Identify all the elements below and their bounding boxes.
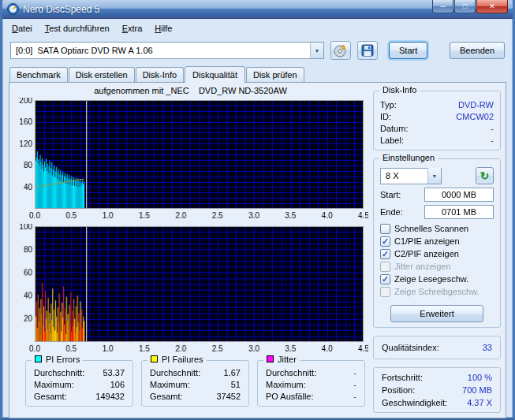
stat-label: Durchschnitt: — [266, 367, 316, 379]
advanced-button[interactable]: Erweitert — [390, 305, 483, 322]
stat-label: Gesamt: — [34, 391, 67, 403]
stat-value: 106 — [110, 379, 125, 391]
checkbox-label: Jitter anzeigen — [394, 262, 451, 271]
checkbox-c1-pie-anzeigen[interactable]: ✓C1/PIE anzeigen — [380, 235, 494, 247]
tab-diskqualit-t[interactable]: Diskqualität — [185, 66, 245, 83]
menu-item-test-durchf-hren[interactable]: Test durchführen — [39, 21, 116, 35]
minimize-button[interactable]: ─ — [432, 0, 453, 13]
stat-title-label: Jitter — [278, 355, 297, 364]
disk-info-datum-label: Datum: — [380, 123, 408, 135]
maximize-button[interactable]: □ — [454, 0, 476, 13]
tab-disk-pr-fen[interactable]: Disk prüfen — [246, 67, 304, 82]
progress-rows: Fortschritt:100 %Position:700 MBGeschwin… — [375, 371, 498, 409]
save-button[interactable] — [357, 41, 378, 60]
burn-disc-button[interactable] — [330, 41, 351, 60]
checkbox-zeige-lesegeschw[interactable]: ✓Zeige Lesegeschw. — [380, 273, 494, 285]
quality-index-label: Qualitätsindex: — [382, 343, 439, 352]
speed-selector[interactable]: 8 X ▼ — [380, 168, 442, 184]
stat-jitter-po-ausf-lle: PO Ausfälle:- — [261, 391, 361, 403]
disk-info-label-label: Label: — [380, 135, 404, 147]
disk-info-id: ID:CMCW02 — [375, 111, 498, 123]
window-title: Nero DiscSpeed 5 — [23, 4, 99, 15]
quit-button[interactable]: Beenden — [450, 42, 505, 59]
stat-pi-failures-durchschnitt: Durchschnitt:1.67 — [145, 367, 245, 379]
legend-square-pi-failures — [151, 355, 158, 362]
tab-disk-info[interactable]: Disk-Info — [136, 67, 184, 82]
progress-position-value: 700 MB — [462, 384, 492, 396]
start-field-row: Start: 0000 MB — [380, 188, 494, 202]
checkbox-box[interactable]: ✓ — [380, 236, 390, 247]
stat-title-pi-errors: PI Errors — [32, 355, 83, 364]
checkbox-label: C2/PIF anzeigen — [394, 249, 459, 258]
disk-info-group: Disk-Info Typ:DVD-RWID:CMCW02Datum:-Labe… — [373, 91, 501, 151]
checkbox-box[interactable] — [380, 224, 390, 234]
refresh-icon: ↻ — [480, 169, 490, 182]
checkbox-c2-pif-anzeigen[interactable]: ✓C2/PIF anzeigen — [380, 247, 494, 260]
disk-info-typ-value: DVD-RW — [458, 99, 494, 111]
checkbox-label: Zeige Schreibgeschw. — [394, 287, 480, 296]
disk-info-datum: Datum:- — [375, 123, 498, 135]
stats-row: PI ErrorsDurchschnitt:53.37Maximum:106Ge… — [25, 360, 365, 407]
speed-selector-value: 8 X — [381, 171, 399, 180]
start-button[interactable]: Start — [389, 42, 427, 59]
tab-benchmark[interactable]: Benchmark — [9, 67, 68, 82]
menu-item-datei[interactable]: Datei — [6, 21, 39, 35]
stat-value: - — [353, 367, 356, 379]
menubar: DateiTest durchführenExtraHilfe — [2, 19, 513, 38]
end-field-row: Ende: 0701 MB — [380, 205, 494, 219]
stat-box-jitter: JitterDurchschnitt:-Maximum:-PO Ausfälle… — [257, 360, 365, 407]
stat-pi-failures-gesamt: Gesamt:37452 — [145, 391, 245, 403]
stat-title-label: PI Failures — [162, 355, 203, 364]
checkbox-box[interactable]: ✓ — [380, 274, 390, 284]
stat-jitter-durchschnitt: Durchschnitt:- — [261, 367, 361, 379]
stat-label: Gesamt: — [150, 391, 183, 403]
chevron-down-icon: ▼ — [310, 43, 323, 58]
checkbox-label: Zeige Lesegeschw. — [394, 274, 468, 284]
stat-box-pi-errors: PI ErrorsDurchschnitt:53.37Maximum:106Ge… — [25, 360, 133, 407]
titlebar: Nero DiscSpeed 5 ─ □ ✕ — [2, 0, 513, 19]
drive-selector-value: [0:0] SATA Optiarc DVD RW A 1.06 — [11, 46, 153, 55]
checkbox-box — [380, 262, 390, 272]
disk-info-id-label: ID: — [380, 111, 391, 123]
drive-selector[interactable]: [0:0] SATA Optiarc DVD RW A 1.06 ▼ — [10, 42, 324, 59]
progress-fortschritt-value: 100 % — [468, 371, 492, 384]
stat-value: 53.37 — [103, 367, 125, 379]
progress-geschwindigkeit-label: Geschwindigkeit: — [382, 396, 447, 409]
stat-title-label: PI Errors — [46, 355, 80, 364]
disk-info-datum-value: - — [491, 123, 494, 135]
tab-page-diskqualitaet: aufgenommen mit _NEC DVD_RW ND-3520AW PI… — [9, 82, 506, 418]
checkbox-box[interactable]: ✓ — [380, 249, 390, 259]
disk-info-label-value: - — [491, 135, 494, 147]
end-mb-field[interactable]: 0701 MB — [424, 205, 494, 219]
checkbox-schnelles-scannen[interactable]: Schnelles Scannen — [380, 222, 494, 235]
stat-label: PO Ausfälle: — [266, 391, 314, 403]
speed-row: 8 X ▼ ↻ — [380, 167, 494, 184]
app-window: Nero DiscSpeed 5 ─ □ ✕ DateiTest durchfü… — [0, 0, 515, 420]
toolbar: [0:0] SATA Optiarc DVD RW A 1.06 ▼ Start… — [2, 38, 513, 63]
stat-pi-errors-durchschnitt: Durchschnitt:53.37 — [29, 367, 129, 379]
stat-label: Durchschnitt: — [150, 367, 200, 379]
menu-item-hilfe[interactable]: Hilfe — [148, 21, 178, 35]
quality-index-value: 33 — [483, 343, 492, 352]
progress-position: Position:700 MB — [375, 384, 498, 396]
disk-info-rows: Typ:DVD-RWID:CMCW02Datum:-Label:- — [375, 99, 498, 147]
quality-index-box: Qualitätsindex: 33 — [373, 336, 501, 359]
checkbox-list: Schnelles Scannen✓C1/PIE anzeigen✓C2/PIF… — [380, 222, 494, 298]
disk-info-title: Disk-Info — [379, 85, 420, 95]
menu-item-extra[interactable]: Extra — [116, 21, 149, 35]
progress-geschwindigkeit: Geschwindigkeit:4.37 X — [375, 396, 498, 409]
close-button[interactable]: ✕ — [476, 0, 508, 13]
checkbox-jitter-anzeigen: Jitter anzeigen — [380, 260, 494, 273]
refresh-button[interactable]: ↻ — [476, 167, 494, 184]
tab-disk-erstellen[interactable]: Disk erstellen — [69, 67, 135, 82]
window-controls: ─ □ ✕ — [432, 0, 508, 13]
disk-info-typ: Typ:DVD-RW — [375, 99, 498, 111]
stat-value: 37452 — [216, 391, 241, 403]
stat-value: 1.67 — [224, 367, 241, 379]
tabstrip: BenchmarkDisk erstellenDisk-InfoDiskqual… — [2, 63, 513, 82]
progress-fortschritt: Fortschritt:100 % — [375, 371, 498, 384]
start-field-label: Start: — [380, 190, 401, 199]
start-mb-field[interactable]: 0000 MB — [424, 188, 494, 202]
stat-value: 51 — [231, 379, 241, 391]
app-icon — [7, 3, 19, 15]
